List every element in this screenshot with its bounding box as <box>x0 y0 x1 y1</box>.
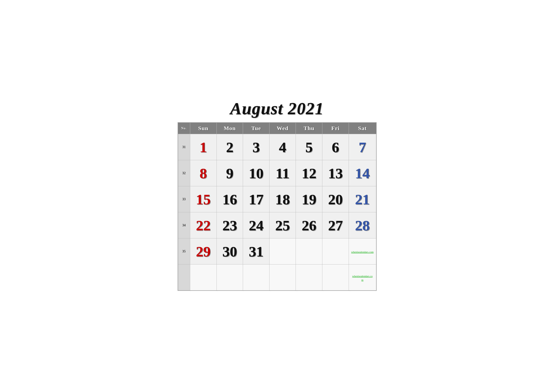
day-cell: 4 <box>269 134 296 160</box>
header-mon: Mon <box>216 123 243 134</box>
day-number: 15 <box>190 192 216 207</box>
website-link[interactable]: whenisealendars.co <box>349 275 376 278</box>
website-link[interactable]: whenisealendars.com <box>349 251 376 253</box>
day-cell: 10 <box>243 160 270 186</box>
calendar-container: August 2021 No. Sun Mon Tue Wed Thu Fri … <box>171 94 384 298</box>
day-cell: 25 <box>269 212 296 238</box>
day-number: 26 <box>296 218 322 233</box>
week-row-34: 3422232425262728 <box>178 212 376 238</box>
day-number: 6 <box>322 140 349 154</box>
day-cell: 21 <box>349 186 376 212</box>
day-cell <box>322 238 349 265</box>
day-number: 16 <box>217 192 243 207</box>
day-number: 21 <box>349 192 376 207</box>
week-number: 34 <box>178 212 190 238</box>
day-number: 12 <box>296 166 322 181</box>
day-cell: 18 <box>269 186 296 212</box>
day-cell: 29 <box>190 238 217 265</box>
calendar-title: August 2021 <box>178 99 377 119</box>
header-row: No. Sun Mon Tue Wed Thu Fri Sat <box>178 123 376 134</box>
day-number: 1 <box>190 140 216 154</box>
day-cell: 2 <box>216 134 243 160</box>
day-number: 31 <box>243 244 269 259</box>
day-cell: 5 <box>296 134 322 160</box>
calendar-table: No. Sun Mon Tue Wed Thu Fri Sat 31123456… <box>178 122 377 291</box>
day-cell: 27 <box>322 212 349 238</box>
empty-cell <box>269 265 296 291</box>
week-row-35: 35293031whenisealendars.com <box>178 238 376 265</box>
day-cell: 22 <box>190 212 217 238</box>
day-number: 9 <box>217 166 243 181</box>
day-cell <box>269 238 296 265</box>
extra-row: whenisealendars.com <box>178 265 376 291</box>
day-cell: 8 <box>190 160 217 186</box>
day-cell: 14 <box>349 160 376 186</box>
day-cell: 31 <box>243 238 270 265</box>
header-tue: Tue <box>243 123 270 134</box>
day-number: 19 <box>296 192 322 207</box>
empty-cell: whenisealendars.com <box>349 265 376 291</box>
day-number: 29 <box>190 244 216 259</box>
day-number: 25 <box>270 218 296 233</box>
day-number: 23 <box>217 218 243 233</box>
day-cell: 13 <box>322 160 349 186</box>
day-cell: 19 <box>296 186 322 212</box>
day-number: 11 <box>270 166 296 181</box>
day-number: 8 <box>190 166 216 181</box>
day-cell: 15 <box>190 186 217 212</box>
week-number: 31 <box>178 134 190 160</box>
day-number: 17 <box>243 192 269 207</box>
empty-cell <box>216 265 243 291</box>
day-number: 22 <box>190 218 216 233</box>
day-number: 2 <box>217 140 243 154</box>
day-number: 7 <box>349 140 376 154</box>
day-number: 24 <box>243 218 269 233</box>
day-number: 14 <box>349 166 376 181</box>
day-number: 13 <box>322 166 349 181</box>
day-cell: 30 <box>216 238 243 265</box>
week-number: 35 <box>178 238 190 265</box>
day-number: 18 <box>270 192 296 207</box>
header-sat: Sat <box>349 123 376 134</box>
day-cell: 3 <box>243 134 270 160</box>
week-row-33: 3315161718192021 <box>178 186 376 212</box>
week-number: 33 <box>178 186 190 212</box>
day-cell: 17 <box>243 186 270 212</box>
day-cell: 28 <box>349 212 376 238</box>
week-number: 32 <box>178 160 190 186</box>
website-link-2[interactable]: m <box>349 279 376 281</box>
day-number: 30 <box>217 244 243 259</box>
day-cell <box>296 238 322 265</box>
day-cell: 1 <box>190 134 217 160</box>
day-number: 20 <box>322 192 349 207</box>
header-sun: Sun <box>190 123 217 134</box>
day-number: 4 <box>270 140 296 154</box>
empty-cell <box>296 265 322 291</box>
day-cell: whenisealendars.com <box>349 238 376 265</box>
day-cell: 20 <box>322 186 349 212</box>
header-wed: Wed <box>269 123 296 134</box>
empty-cell <box>190 265 217 291</box>
day-cell: 24 <box>243 212 270 238</box>
week-row-32: 32891011121314 <box>178 160 376 186</box>
day-cell: 16 <box>216 186 243 212</box>
empty-cell <box>243 265 270 291</box>
day-number: 5 <box>296 140 322 154</box>
day-number: 10 <box>243 166 269 181</box>
day-cell: 23 <box>216 212 243 238</box>
empty-cell <box>178 265 190 291</box>
day-number: 3 <box>243 140 269 154</box>
day-cell: 11 <box>269 160 296 186</box>
week-row-31: 311234567 <box>178 134 376 160</box>
day-cell: 12 <box>296 160 322 186</box>
empty-cell <box>322 265 349 291</box>
day-number: 28 <box>349 218 376 233</box>
day-cell: 7 <box>349 134 376 160</box>
day-number: 27 <box>322 218 349 233</box>
day-cell: 9 <box>216 160 243 186</box>
day-cell: 6 <box>322 134 349 160</box>
day-cell: 26 <box>296 212 322 238</box>
header-no: No. <box>178 123 190 134</box>
header-fri: Fri <box>322 123 349 134</box>
header-thu: Thu <box>296 123 322 134</box>
